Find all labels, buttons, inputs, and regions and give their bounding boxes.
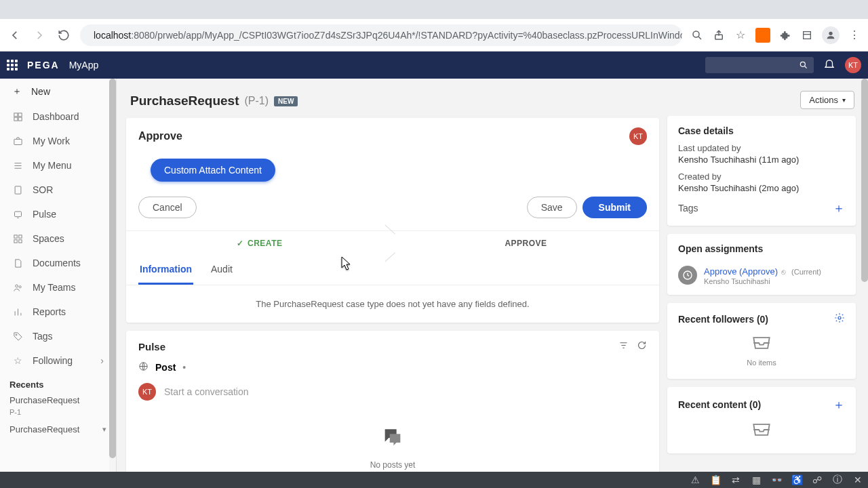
- submit-button[interactable]: Submit: [583, 197, 647, 218]
- sidebar-item-documents[interactable]: Documents: [0, 251, 116, 275]
- sidebar-item-tags[interactable]: Tags: [0, 324, 116, 348]
- add-tag-button[interactable]: ＋: [833, 200, 845, 216]
- share-icon[interactable]: [712, 28, 726, 42]
- approve-title: Approve: [138, 130, 182, 142]
- devbar-close-icon[interactable]: ✕: [852, 474, 864, 485]
- updated-by-label: Last updated by: [678, 143, 845, 153]
- reload-button[interactable]: [56, 27, 72, 43]
- menu-icon[interactable]: ⋮: [848, 28, 861, 42]
- recent-content-title: Recent content (0): [678, 399, 761, 410]
- approve-card: Approve KT Custom Attach Content Cancel …: [126, 118, 659, 323]
- svg-point-5: [800, 62, 805, 66]
- link-icon: ⎋: [781, 268, 786, 276]
- svg-rect-12: [14, 211, 21, 217]
- gear-icon[interactable]: [834, 312, 845, 326]
- created-by-value: Kensho Tsuchihashi (2mo ago): [678, 183, 845, 193]
- recent-followers-card: Recent followers (0) No items: [667, 303, 856, 379]
- inbox-icon: [750, 429, 773, 441]
- actions-button[interactable]: Actions▾: [800, 91, 854, 109]
- star-icon: ☆: [12, 355, 23, 366]
- created-by-label: Created by: [678, 171, 845, 182]
- stage-create: ✓CREATE: [126, 231, 393, 256]
- extensions-icon[interactable]: [778, 28, 792, 42]
- save-button[interactable]: Save: [527, 197, 577, 218]
- updated-by-value: Kensho Tsuchihashi (11m ago): [678, 155, 845, 165]
- current-label: (Current): [791, 268, 821, 276]
- case-details-title: Case details: [678, 125, 845, 136]
- new-button[interactable]: ＋ New: [0, 79, 116, 104]
- svg-rect-8: [14, 117, 17, 121]
- sidebar-item-mymenu[interactable]: My Menu: [0, 153, 116, 178]
- devbar-accessibility-icon[interactable]: ♿: [791, 474, 803, 485]
- forward-button[interactable]: [31, 27, 47, 43]
- sidebar-item-myteams[interactable]: My Teams: [0, 275, 116, 300]
- sidebar-item-dashboard[interactable]: Dashboard: [0, 104, 116, 129]
- devbar-clipboard-icon[interactable]: 📋: [709, 474, 722, 485]
- dashboard-icon: [12, 111, 23, 122]
- recent-item[interactable]: PurchaseRequest▾: [0, 422, 116, 437]
- custom-attach-content-button[interactable]: Custom Attach Content: [151, 159, 275, 182]
- chevron-down-icon: ▾: [102, 425, 106, 434]
- add-content-button[interactable]: ＋: [833, 396, 845, 413]
- followers-title: Recent followers (0): [678, 314, 768, 325]
- browser-toolbar: localhost:8080/prweb/app/MyApp_/CSPtI03W…: [0, 19, 868, 52]
- bookmark-icon[interactable]: ☆: [734, 28, 747, 42]
- svg-rect-9: [18, 117, 22, 121]
- assignment-link[interactable]: Approve (Approve): [704, 266, 778, 277]
- post-type-row: Post •: [126, 357, 659, 378]
- inbox-icon: [750, 342, 773, 354]
- chat-icon: [126, 426, 659, 455]
- assignment-user: Kensho Tsuchihashi: [704, 277, 821, 285]
- sidebar-item-pulse[interactable]: Pulse: [0, 202, 116, 226]
- tab-audit[interactable]: Audit: [210, 256, 234, 285]
- profile-button[interactable]: [822, 26, 840, 44]
- dot-icon: •: [182, 362, 186, 373]
- post-label[interactable]: Post: [155, 362, 176, 373]
- pulse-title: Pulse: [138, 341, 165, 352]
- header-search[interactable]: [705, 57, 814, 73]
- app-launcher-icon[interactable]: [7, 60, 18, 70]
- devbar-trace-icon[interactable]: ⇄: [730, 474, 742, 485]
- open-assignments-card: Open assignments Approve (Approve) ⎋ (Cu…: [667, 234, 856, 295]
- svg-point-18: [19, 285, 21, 287]
- devbar-info-icon[interactable]: ⓘ: [831, 474, 844, 486]
- svg-rect-11: [15, 186, 21, 193]
- devtools-bar: ⚠ 📋 ⇄ ▦ 👓 ♿ ☍ ⓘ ✕: [0, 472, 868, 488]
- stage-bar: ✓CREATE APPROVE: [126, 230, 659, 256]
- sidebar-item-mywork[interactable]: My Work: [0, 129, 116, 153]
- recents-header: Recents: [0, 373, 116, 392]
- svg-point-22: [838, 317, 841, 319]
- svg-rect-3: [804, 31, 811, 39]
- no-items-text: No items: [678, 359, 845, 367]
- refresh-icon[interactable]: [637, 340, 647, 353]
- user-avatar[interactable]: KT: [845, 57, 861, 73]
- notifications-icon[interactable]: [823, 58, 835, 73]
- recent-item[interactable]: PurchaseRequest: [0, 392, 116, 408]
- search-icon[interactable]: [690, 28, 704, 42]
- plus-icon: ＋: [12, 85, 22, 98]
- file-icon: [12, 184, 23, 195]
- sidebar-item-sor[interactable]: SOR: [0, 178, 116, 202]
- devbar-warn-icon[interactable]: ⚠: [689, 474, 701, 485]
- reading-list-icon[interactable]: [800, 28, 814, 42]
- assignee-avatar[interactable]: KT: [629, 127, 647, 145]
- sidebar-item-spaces[interactable]: Spaces: [0, 226, 116, 251]
- devbar-person-icon[interactable]: ☍: [811, 474, 823, 485]
- page-header: PurchaseRequest (P-1) NEW: [126, 87, 659, 118]
- extension-icon[interactable]: [755, 28, 770, 43]
- url-host: localhost: [94, 30, 131, 41]
- filter-icon[interactable]: [618, 340, 629, 353]
- case-title: PurchaseRequest: [130, 94, 239, 108]
- back-button[interactable]: [7, 27, 23, 43]
- sidebar-item-reports[interactable]: Reports: [0, 300, 116, 324]
- devbar-glasses-icon[interactable]: 👓: [770, 474, 783, 485]
- url-bar[interactable]: localhost:8080/prweb/app/MyApp_/CSPtI03W…: [80, 24, 682, 46]
- tab-information[interactable]: Information: [138, 256, 193, 285]
- tag-icon: [12, 331, 23, 342]
- cancel-button[interactable]: Cancel: [138, 197, 197, 218]
- spaces-icon: [12, 233, 23, 244]
- sidebar-item-following[interactable]: ☆Following›: [0, 348, 116, 373]
- conversation-input[interactable]: Start a conversation: [164, 386, 249, 397]
- devbar-log-icon[interactable]: ▦: [750, 474, 762, 485]
- check-icon: ✓: [237, 239, 244, 248]
